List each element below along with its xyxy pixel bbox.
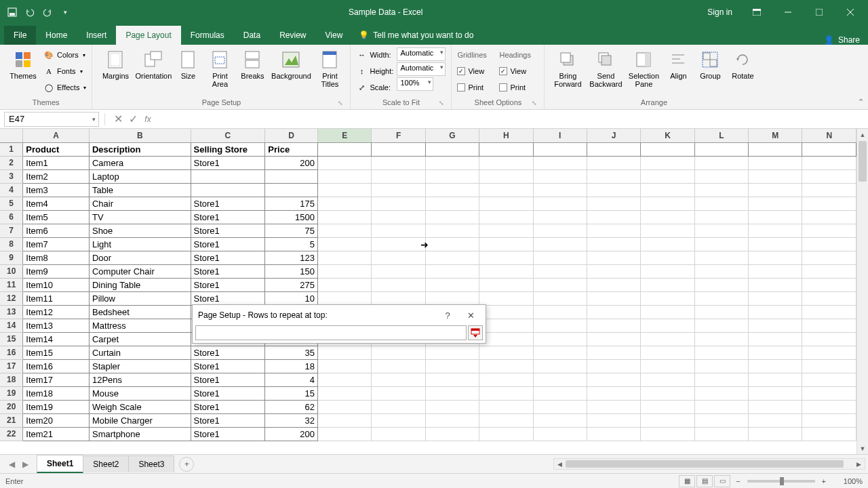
cell[interactable]: Computer Chair — [89, 264, 191, 278]
row-head-4[interactable]: 4 — [0, 183, 23, 197]
row-head-7[interactable]: 7 — [0, 224, 23, 237]
col-head-K[interactable]: K — [641, 129, 694, 142]
gridlines-print-check[interactable]: Print — [457, 80, 496, 95]
cell[interactable] — [641, 183, 694, 197]
zoom-slider[interactable] — [747, 480, 815, 483]
cell[interactable] — [479, 264, 533, 278]
cell[interactable] — [802, 251, 856, 264]
dialog-close-icon[interactable]: ✕ — [461, 308, 480, 323]
cell[interactable] — [425, 251, 479, 264]
cell[interactable] — [533, 156, 587, 169]
tab-file[interactable]: File — [4, 26, 36, 45]
cell[interactable] — [479, 210, 533, 224]
cell[interactable]: 4 — [265, 373, 318, 386]
add-sheet-button[interactable]: + — [179, 457, 194, 472]
cell[interactable] — [318, 197, 372, 210]
cell[interactable]: Door — [89, 251, 191, 264]
cell[interactable]: Store1 — [191, 427, 265, 441]
cell[interactable] — [533, 291, 587, 305]
cell[interactable]: Store1 — [191, 386, 265, 400]
col-head-H[interactable]: H — [479, 129, 533, 142]
qat-customize-icon[interactable]: ▾ — [58, 5, 72, 19]
cell[interactable] — [479, 427, 533, 441]
cell[interactable] — [694, 332, 748, 346]
cell[interactable] — [641, 400, 694, 413]
cell[interactable] — [533, 169, 587, 183]
cell[interactable]: Store1 — [191, 156, 265, 169]
cell[interactable] — [265, 183, 318, 197]
cell[interactable] — [479, 197, 533, 210]
cell[interactable] — [318, 386, 372, 400]
cell[interactable] — [318, 413, 372, 427]
headings-view-check[interactable]: ✓View — [499, 64, 538, 79]
cell[interactable] — [802, 197, 856, 210]
cell[interactable] — [641, 251, 694, 264]
row-head-12[interactable]: 12 — [0, 291, 23, 305]
sheet-tab-1[interactable]: Sheet1 — [37, 455, 83, 473]
cell[interactable] — [479, 156, 533, 169]
cell[interactable] — [802, 142, 856, 156]
rows-to-repeat-input[interactable] — [195, 325, 467, 340]
cell[interactable] — [372, 278, 425, 291]
cell[interactable] — [694, 386, 748, 400]
row-head-18[interactable]: 18 — [0, 373, 23, 386]
cell[interactable] — [587, 224, 640, 237]
cell[interactable] — [587, 142, 640, 156]
cell[interactable] — [372, 373, 425, 386]
cell[interactable]: 175 — [265, 197, 318, 210]
cell[interactable] — [372, 183, 425, 197]
vertical-scrollbar[interactable]: ▲ ▼ — [856, 129, 868, 454]
cell[interactable]: 10 — [265, 291, 318, 305]
orientation-button[interactable]: Orientation — [136, 47, 171, 81]
cell[interactable] — [479, 142, 533, 156]
close-icon[interactable] — [835, 3, 865, 22]
dialog-help-icon[interactable]: ? — [438, 308, 457, 323]
cell[interactable]: Item13 — [23, 319, 90, 332]
col-head-C[interactable]: C — [191, 129, 265, 142]
row-head-16[interactable]: 16 — [0, 346, 23, 359]
scroll-up-icon[interactable]: ▲ — [857, 129, 868, 140]
cell[interactable] — [641, 264, 694, 278]
cell[interactable] — [694, 291, 748, 305]
cell[interactable] — [641, 332, 694, 346]
row-head-20[interactable]: 20 — [0, 400, 23, 413]
row-head-3[interactable]: 3 — [0, 169, 23, 183]
row-head-21[interactable]: 21 — [0, 413, 23, 427]
cell[interactable] — [694, 251, 748, 264]
cell[interactable] — [641, 427, 694, 441]
cell[interactable]: Item2 — [23, 169, 90, 183]
cell[interactable]: Store1 — [191, 373, 265, 386]
cell[interactable] — [749, 156, 802, 169]
cell[interactable] — [533, 264, 587, 278]
cell[interactable]: Store1 — [191, 237, 265, 251]
cell[interactable] — [318, 156, 372, 169]
cell[interactable]: 275 — [265, 278, 318, 291]
cell[interactable] — [694, 305, 748, 319]
cell[interactable]: Item9 — [23, 264, 90, 278]
cell[interactable] — [587, 183, 640, 197]
send-backward-button[interactable]: Send Backward — [588, 47, 623, 89]
cell[interactable] — [425, 169, 479, 183]
cell[interactable]: Weigh Scale — [89, 400, 191, 413]
cell[interactable]: Store1 — [191, 413, 265, 427]
cell[interactable] — [802, 305, 856, 319]
cell[interactable] — [587, 359, 640, 373]
cell[interactable]: Curtain — [89, 346, 191, 359]
cell[interactable] — [587, 237, 640, 251]
cell[interactable] — [694, 142, 748, 156]
col-head-J[interactable]: J — [587, 129, 640, 142]
cell[interactable] — [318, 291, 372, 305]
tab-formulas[interactable]: Formulas — [181, 26, 234, 45]
scroll-down-icon[interactable]: ▼ — [857, 443, 868, 454]
colors-button[interactable]: 🎨Colors▾ — [43, 47, 86, 62]
cell[interactable] — [641, 142, 694, 156]
selection-pane-button[interactable]: Selection Pane — [626, 47, 661, 89]
cell[interactable] — [641, 278, 694, 291]
page-setup-launcher-icon[interactable]: ⤡ — [338, 100, 343, 106]
cell[interactable] — [533, 197, 587, 210]
cell[interactable] — [479, 319, 533, 332]
cell[interactable] — [694, 346, 748, 359]
cell[interactable]: Light — [89, 237, 191, 251]
themes-button[interactable]: Themes — [5, 47, 41, 81]
cell[interactable]: 200 — [265, 427, 318, 441]
